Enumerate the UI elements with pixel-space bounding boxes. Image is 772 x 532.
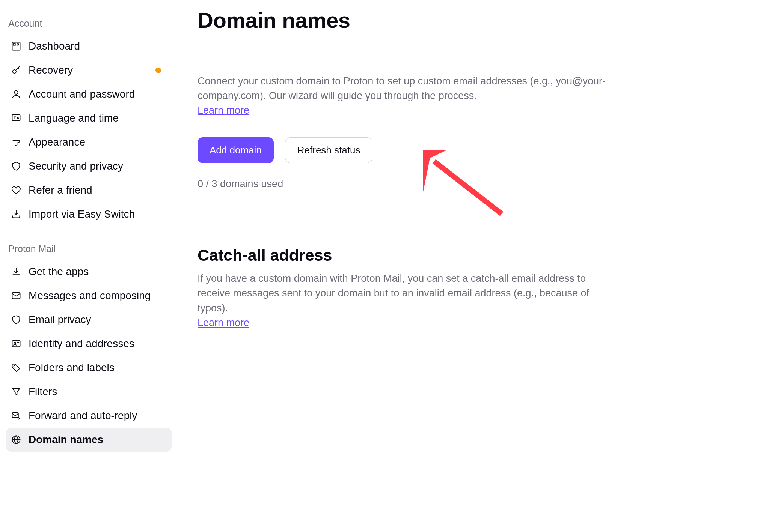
sidebar-item-forward-autoreply[interactable]: Forward and auto-reply: [6, 404, 172, 428]
brush-icon: [11, 137, 22, 148]
sidebar-item-label: Messages and composing: [29, 290, 151, 302]
sidebar-item-folders-labels[interactable]: Folders and labels: [6, 356, 172, 380]
sidebar-item-label: Forward and auto-reply: [29, 410, 137, 422]
sidebar-item-label: Account and password: [29, 88, 135, 100]
filter-icon: [11, 386, 22, 397]
sidebar-item-label: Filters: [29, 386, 57, 398]
sidebar-item-filters[interactable]: Filters: [6, 380, 172, 404]
dashboard-icon: [11, 41, 22, 52]
sidebar-item-label: Domain names: [29, 434, 103, 446]
notification-dot: [155, 68, 161, 73]
heart-icon: [11, 185, 22, 196]
svg-rect-5: [12, 115, 20, 121]
shield-icon: [11, 314, 22, 325]
add-domain-button[interactable]: Add domain: [198, 137, 274, 163]
catch-all-description: If you have a custom domain with Proton …: [198, 271, 618, 315]
catch-all-title: Catch-all address: [198, 246, 749, 264]
learn-more-domains-link[interactable]: Learn more: [198, 105, 249, 116]
sidebar-item-label: Language and time: [29, 112, 119, 124]
learn-more-catchall-link[interactable]: Learn more: [198, 317, 249, 329]
svg-point-8: [14, 343, 16, 344]
page-title: Domain names: [198, 8, 749, 33]
sidebar-item-security-privacy[interactable]: Security and privacy: [6, 154, 172, 178]
sidebar-item-appearance[interactable]: Appearance: [6, 130, 172, 154]
sidebar-item-get-apps[interactable]: Get the apps: [6, 260, 172, 284]
sidebar-item-messages-composing[interactable]: Messages and composing: [6, 284, 172, 308]
sidebar-item-recovery[interactable]: Recovery: [6, 58, 172, 82]
sidebar-item-import-easy-switch[interactable]: Import via Easy Switch: [6, 202, 172, 226]
sidebar-item-label: Import via Easy Switch: [29, 208, 135, 220]
sidebar-item-email-privacy[interactable]: Email privacy: [6, 308, 172, 332]
download-icon: [11, 266, 22, 277]
button-row: Add domain Refresh status: [198, 137, 749, 163]
sidebar-section-header-account: Account: [6, 11, 172, 34]
sidebar-item-label: Dashboard: [29, 40, 80, 52]
refresh-status-button[interactable]: Refresh status: [285, 137, 373, 163]
globe-icon: [11, 434, 22, 445]
svg-rect-10: [12, 413, 18, 418]
sidebar-item-label: Appearance: [29, 136, 85, 148]
svg-rect-6: [12, 293, 20, 299]
id-icon: [11, 338, 22, 349]
sidebar-item-label: Folders and labels: [29, 362, 115, 374]
svg-point-9: [14, 366, 15, 367]
sidebar-item-label: Email privacy: [29, 314, 91, 326]
main-content: Domain names Connect your custom domain …: [175, 0, 772, 532]
svg-rect-7: [12, 341, 20, 347]
domain-usage-text: 0 / 3 domains used: [198, 178, 749, 190]
sidebar-item-label: Security and privacy: [29, 160, 123, 172]
sidebar-item-refer-friend[interactable]: Refer a friend: [6, 178, 172, 202]
key-icon: [11, 65, 22, 76]
sidebar-item-domain-names[interactable]: Domain names: [6, 428, 172, 452]
sidebar-item-identity-addresses[interactable]: Identity and addresses: [6, 332, 172, 356]
sidebar: Account Dashboard Recovery Account and p…: [0, 0, 175, 532]
svg-point-4: [14, 91, 18, 94]
sidebar-item-label: Identity and addresses: [29, 338, 134, 350]
shield-icon: [11, 161, 22, 172]
sidebar-item-language-time[interactable]: Language and time: [6, 106, 172, 130]
tag-icon: [11, 362, 22, 373]
sidebar-item-label: Refer a friend: [29, 184, 92, 196]
sidebar-item-account-password[interactable]: Account and password: [6, 82, 172, 106]
domain-description: Connect your custom domain to Proton to …: [198, 74, 618, 103]
language-icon: [11, 113, 22, 124]
import-icon: [11, 209, 22, 220]
sidebar-section-header-mail: Proton Mail: [6, 237, 172, 260]
svg-rect-1: [14, 44, 15, 45]
sidebar-item-dashboard[interactable]: Dashboard: [6, 34, 172, 58]
envelope-icon: [11, 290, 22, 301]
forward-icon: [11, 410, 22, 421]
sidebar-item-label: Get the apps: [29, 266, 89, 278]
sidebar-item-label: Recovery: [29, 64, 73, 76]
svg-point-2: [17, 44, 19, 45]
user-icon: [11, 89, 22, 100]
